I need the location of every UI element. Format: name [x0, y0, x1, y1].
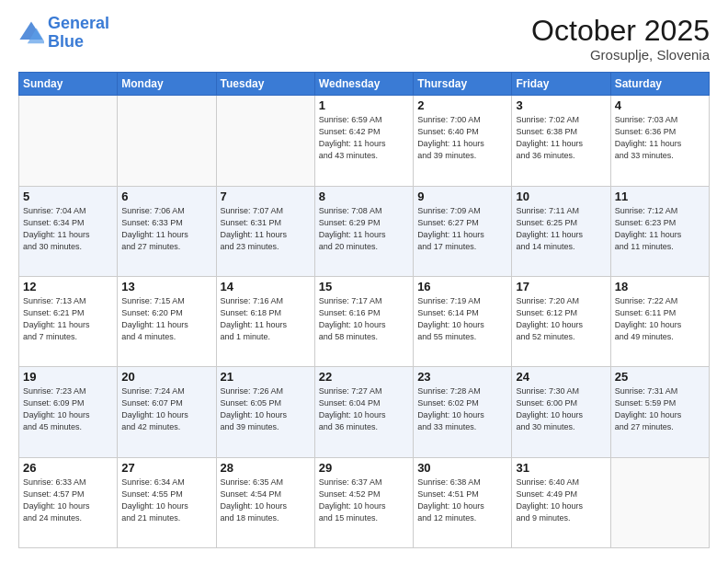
day-info: Sunrise: 7:09 AM Sunset: 6:27 PM Dayligh… — [417, 205, 507, 253]
day-number: 1 — [319, 98, 409, 112]
day-info: Sunrise: 7:28 AM Sunset: 6:02 PM Dayligh… — [417, 385, 507, 433]
table-row — [216, 96, 314, 186]
day-info: Sunrise: 7:22 AM Sunset: 6:11 PM Dayligh… — [615, 295, 705, 343]
day-info: Sunrise: 7:27 AM Sunset: 6:04 PM Dayligh… — [319, 385, 409, 433]
header: General Blue October 2025 Grosuplje, Slo… — [18, 15, 710, 63]
day-info: Sunrise: 7:23 AM Sunset: 6:09 PM Dayligh… — [23, 385, 113, 433]
day-number: 30 — [417, 461, 507, 475]
day-info: Sunrise: 6:59 AM Sunset: 6:42 PM Dayligh… — [319, 114, 409, 162]
table-row: 31Sunrise: 6:40 AM Sunset: 4:49 PM Dayli… — [512, 457, 610, 547]
day-number: 3 — [516, 98, 606, 112]
day-number: 14 — [221, 280, 311, 293]
table-row: 9Sunrise: 7:09 AM Sunset: 6:27 PM Daylig… — [414, 186, 512, 276]
day-number: 23 — [417, 370, 507, 384]
day-number: 2 — [417, 98, 507, 112]
day-number: 20 — [121, 370, 211, 384]
day-number: 28 — [221, 461, 311, 475]
day-number: 26 — [23, 461, 113, 475]
calendar-week-row: 26Sunrise: 6:33 AM Sunset: 4:57 PM Dayli… — [19, 457, 710, 547]
table-row: 24Sunrise: 7:30 AM Sunset: 6:00 PM Dayli… — [512, 367, 610, 457]
day-number: 31 — [516, 461, 606, 475]
table-row: 2Sunrise: 7:00 AM Sunset: 6:40 PM Daylig… — [414, 96, 512, 186]
day-number: 9 — [417, 190, 507, 203]
calendar-week-row: 12Sunrise: 7:13 AM Sunset: 6:21 PM Dayli… — [19, 276, 710, 366]
day-info: Sunrise: 7:26 AM Sunset: 6:05 PM Dayligh… — [221, 385, 311, 433]
table-row: 26Sunrise: 6:33 AM Sunset: 4:57 PM Dayli… — [19, 457, 118, 547]
table-row: 19Sunrise: 7:23 AM Sunset: 6:09 PM Dayli… — [19, 367, 118, 457]
day-number: 21 — [221, 370, 311, 384]
page: General Blue October 2025 Grosuplje, Slo… — [0, 0, 728, 563]
day-info: Sunrise: 7:19 AM Sunset: 6:14 PM Dayligh… — [417, 295, 507, 343]
table-row: 23Sunrise: 7:28 AM Sunset: 6:02 PM Dayli… — [414, 367, 512, 457]
logo-text: General Blue — [48, 15, 109, 52]
table-row: 1Sunrise: 6:59 AM Sunset: 6:42 PM Daylig… — [314, 96, 413, 186]
calendar-week-row: 19Sunrise: 7:23 AM Sunset: 6:09 PM Dayli… — [19, 367, 710, 457]
day-number: 18 — [615, 280, 705, 293]
day-number: 13 — [121, 280, 211, 293]
day-info: Sunrise: 7:20 AM Sunset: 6:12 PM Dayligh… — [516, 295, 606, 343]
day-info: Sunrise: 7:24 AM Sunset: 6:07 PM Dayligh… — [121, 385, 211, 433]
header-monday: Monday — [118, 73, 216, 96]
day-info: Sunrise: 7:15 AM Sunset: 6:20 PM Dayligh… — [121, 295, 211, 343]
table-row: 5Sunrise: 7:04 AM Sunset: 6:34 PM Daylig… — [19, 186, 118, 276]
day-info: Sunrise: 7:30 AM Sunset: 6:00 PM Dayligh… — [516, 385, 606, 433]
day-info: Sunrise: 6:40 AM Sunset: 4:49 PM Dayligh… — [516, 477, 606, 524]
day-number: 25 — [615, 370, 705, 384]
table-row: 29Sunrise: 6:37 AM Sunset: 4:52 PM Dayli… — [314, 457, 413, 547]
day-number: 12 — [23, 280, 113, 293]
day-info: Sunrise: 7:04 AM Sunset: 6:34 PM Dayligh… — [23, 205, 113, 253]
month-title: October 2025 — [531, 15, 710, 47]
day-info: Sunrise: 6:37 AM Sunset: 4:52 PM Dayligh… — [319, 477, 409, 524]
header-thursday: Thursday — [414, 73, 512, 96]
day-info: Sunrise: 7:03 AM Sunset: 6:36 PM Dayligh… — [615, 114, 705, 162]
day-info: Sunrise: 7:07 AM Sunset: 6:31 PM Dayligh… — [221, 205, 311, 253]
table-row: 21Sunrise: 7:26 AM Sunset: 6:05 PM Dayli… — [216, 367, 314, 457]
day-number: 4 — [615, 98, 705, 112]
table-row — [19, 96, 118, 186]
day-number: 5 — [23, 190, 113, 203]
day-info: Sunrise: 7:17 AM Sunset: 6:16 PM Dayligh… — [319, 295, 409, 343]
day-info: Sunrise: 7:08 AM Sunset: 6:29 PM Dayligh… — [319, 205, 409, 253]
calendar-week-row: 1Sunrise: 6:59 AM Sunset: 6:42 PM Daylig… — [19, 96, 710, 186]
calendar-week-row: 5Sunrise: 7:04 AM Sunset: 6:34 PM Daylig… — [19, 186, 710, 276]
day-info: Sunrise: 7:16 AM Sunset: 6:18 PM Dayligh… — [221, 295, 311, 343]
day-number: 29 — [319, 461, 409, 475]
day-info: Sunrise: 7:13 AM Sunset: 6:21 PM Dayligh… — [23, 295, 113, 343]
table-row: 3Sunrise: 7:02 AM Sunset: 6:38 PM Daylig… — [512, 96, 610, 186]
table-row: 7Sunrise: 7:07 AM Sunset: 6:31 PM Daylig… — [216, 186, 314, 276]
day-number: 19 — [23, 370, 113, 384]
table-row: 20Sunrise: 7:24 AM Sunset: 6:07 PM Dayli… — [118, 367, 216, 457]
table-row: 25Sunrise: 7:31 AM Sunset: 5:59 PM Dayli… — [610, 367, 709, 457]
header-friday: Friday — [512, 73, 610, 96]
day-number: 16 — [417, 280, 507, 293]
logo-icon — [18, 20, 44, 46]
table-row: 28Sunrise: 6:35 AM Sunset: 4:54 PM Dayli… — [216, 457, 314, 547]
day-number: 7 — [221, 190, 311, 203]
table-row: 30Sunrise: 6:38 AM Sunset: 4:51 PM Dayli… — [414, 457, 512, 547]
day-info: Sunrise: 7:11 AM Sunset: 6:25 PM Dayligh… — [516, 205, 606, 253]
table-row: 16Sunrise: 7:19 AM Sunset: 6:14 PM Dayli… — [414, 276, 512, 366]
table-row: 10Sunrise: 7:11 AM Sunset: 6:25 PM Dayli… — [512, 186, 610, 276]
day-number: 6 — [121, 190, 211, 203]
table-row: 6Sunrise: 7:06 AM Sunset: 6:33 PM Daylig… — [118, 186, 216, 276]
calendar-table: Sunday Monday Tuesday Wednesday Thursday… — [18, 72, 710, 548]
day-number: 11 — [615, 190, 705, 203]
day-number: 15 — [319, 280, 409, 293]
header-wednesday: Wednesday — [314, 73, 413, 96]
table-row — [610, 457, 709, 547]
table-row: 18Sunrise: 7:22 AM Sunset: 6:11 PM Dayli… — [610, 276, 709, 366]
day-info: Sunrise: 6:38 AM Sunset: 4:51 PM Dayligh… — [417, 477, 507, 524]
logo: General Blue — [18, 15, 109, 52]
table-row: 12Sunrise: 7:13 AM Sunset: 6:21 PM Dayli… — [19, 276, 118, 366]
day-number: 8 — [319, 190, 409, 203]
day-info: Sunrise: 7:00 AM Sunset: 6:40 PM Dayligh… — [417, 114, 507, 162]
table-row: 22Sunrise: 7:27 AM Sunset: 6:04 PM Dayli… — [314, 367, 413, 457]
table-row — [118, 96, 216, 186]
day-info: Sunrise: 6:33 AM Sunset: 4:57 PM Dayligh… — [23, 477, 113, 524]
table-row: 17Sunrise: 7:20 AM Sunset: 6:12 PM Dayli… — [512, 276, 610, 366]
table-row: 14Sunrise: 7:16 AM Sunset: 6:18 PM Dayli… — [216, 276, 314, 366]
table-row: 11Sunrise: 7:12 AM Sunset: 6:23 PM Dayli… — [610, 186, 709, 276]
day-number: 17 — [516, 280, 606, 293]
header-sunday: Sunday — [19, 73, 118, 96]
header-tuesday: Tuesday — [216, 73, 314, 96]
